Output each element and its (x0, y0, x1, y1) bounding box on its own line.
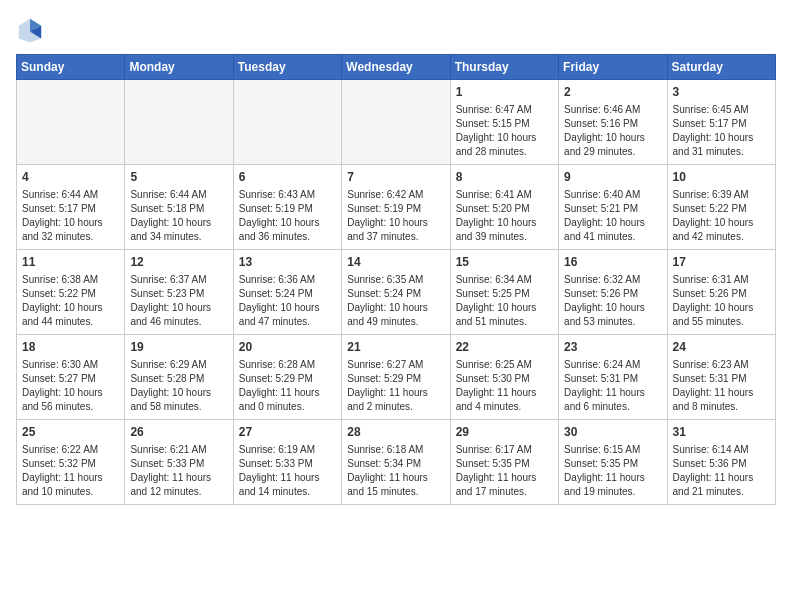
calendar-header-row: SundayMondayTuesdayWednesdayThursdayFrid… (17, 55, 776, 80)
day-number: 14 (347, 254, 444, 271)
day-number: 25 (22, 424, 119, 441)
calendar-cell: 7Sunrise: 6:42 AMSunset: 5:19 PMDaylight… (342, 165, 450, 250)
day-header-sunday: Sunday (17, 55, 125, 80)
day-number: 23 (564, 339, 661, 356)
sunset-text: Sunset: 5:19 PM (347, 203, 421, 214)
calendar-cell: 25Sunrise: 6:22 AMSunset: 5:32 PMDayligh… (17, 420, 125, 505)
calendar-cell: 29Sunrise: 6:17 AMSunset: 5:35 PMDayligh… (450, 420, 558, 505)
sunrise-text: Sunrise: 6:44 AM (22, 189, 98, 200)
sunset-text: Sunset: 5:25 PM (456, 288, 530, 299)
daylight-text: Daylight: 10 hours and 31 minutes. (673, 132, 754, 157)
sunrise-text: Sunrise: 6:31 AM (673, 274, 749, 285)
daylight-text: Daylight: 10 hours and 36 minutes. (239, 217, 320, 242)
logo-icon (16, 16, 44, 44)
sunrise-text: Sunrise: 6:15 AM (564, 444, 640, 455)
sunrise-text: Sunrise: 6:41 AM (456, 189, 532, 200)
sunrise-text: Sunrise: 6:32 AM (564, 274, 640, 285)
day-number: 7 (347, 169, 444, 186)
sunset-text: Sunset: 5:23 PM (130, 288, 204, 299)
day-number: 30 (564, 424, 661, 441)
sunrise-text: Sunrise: 6:14 AM (673, 444, 749, 455)
sunrise-text: Sunrise: 6:42 AM (347, 189, 423, 200)
sunset-text: Sunset: 5:30 PM (456, 373, 530, 384)
calendar-cell: 11Sunrise: 6:38 AMSunset: 5:22 PMDayligh… (17, 250, 125, 335)
daylight-text: Daylight: 10 hours and 42 minutes. (673, 217, 754, 242)
sunrise-text: Sunrise: 6:44 AM (130, 189, 206, 200)
day-number: 13 (239, 254, 336, 271)
sunset-text: Sunset: 5:29 PM (239, 373, 313, 384)
day-number: 21 (347, 339, 444, 356)
sunrise-text: Sunrise: 6:46 AM (564, 104, 640, 115)
sunrise-text: Sunrise: 6:18 AM (347, 444, 423, 455)
day-number: 15 (456, 254, 553, 271)
sunset-text: Sunset: 5:17 PM (673, 118, 747, 129)
calendar-cell: 8Sunrise: 6:41 AMSunset: 5:20 PMDaylight… (450, 165, 558, 250)
calendar-cell: 13Sunrise: 6:36 AMSunset: 5:24 PMDayligh… (233, 250, 341, 335)
day-number: 3 (673, 84, 770, 101)
day-number: 29 (456, 424, 553, 441)
day-header-monday: Monday (125, 55, 233, 80)
calendar-cell: 19Sunrise: 6:29 AMSunset: 5:28 PMDayligh… (125, 335, 233, 420)
daylight-text: Daylight: 11 hours and 8 minutes. (673, 387, 754, 412)
daylight-text: Daylight: 10 hours and 41 minutes. (564, 217, 645, 242)
sunset-text: Sunset: 5:33 PM (130, 458, 204, 469)
sunrise-text: Sunrise: 6:25 AM (456, 359, 532, 370)
sunset-text: Sunset: 5:24 PM (239, 288, 313, 299)
day-number: 28 (347, 424, 444, 441)
daylight-text: Daylight: 11 hours and 17 minutes. (456, 472, 537, 497)
calendar-cell: 24Sunrise: 6:23 AMSunset: 5:31 PMDayligh… (667, 335, 775, 420)
daylight-text: Daylight: 10 hours and 29 minutes. (564, 132, 645, 157)
day-header-friday: Friday (559, 55, 667, 80)
day-header-thursday: Thursday (450, 55, 558, 80)
day-number: 10 (673, 169, 770, 186)
day-number: 8 (456, 169, 553, 186)
sunrise-text: Sunrise: 6:30 AM (22, 359, 98, 370)
day-number: 2 (564, 84, 661, 101)
calendar-cell: 9Sunrise: 6:40 AMSunset: 5:21 PMDaylight… (559, 165, 667, 250)
day-number: 31 (673, 424, 770, 441)
day-header-wednesday: Wednesday (342, 55, 450, 80)
daylight-text: Daylight: 10 hours and 53 minutes. (564, 302, 645, 327)
sunset-text: Sunset: 5:21 PM (564, 203, 638, 214)
day-number: 19 (130, 339, 227, 356)
day-header-tuesday: Tuesday (233, 55, 341, 80)
sunset-text: Sunset: 5:24 PM (347, 288, 421, 299)
calendar-cell: 1Sunrise: 6:47 AMSunset: 5:15 PMDaylight… (450, 80, 558, 165)
calendar-cell: 27Sunrise: 6:19 AMSunset: 5:33 PMDayligh… (233, 420, 341, 505)
sunset-text: Sunset: 5:28 PM (130, 373, 204, 384)
sunrise-text: Sunrise: 6:23 AM (673, 359, 749, 370)
calendar-cell: 18Sunrise: 6:30 AMSunset: 5:27 PMDayligh… (17, 335, 125, 420)
day-number: 11 (22, 254, 119, 271)
sunset-text: Sunset: 5:35 PM (456, 458, 530, 469)
sunrise-text: Sunrise: 6:45 AM (673, 104, 749, 115)
daylight-text: Daylight: 11 hours and 12 minutes. (130, 472, 211, 497)
daylight-text: Daylight: 10 hours and 51 minutes. (456, 302, 537, 327)
calendar-cell: 17Sunrise: 6:31 AMSunset: 5:26 PMDayligh… (667, 250, 775, 335)
daylight-text: Daylight: 10 hours and 37 minutes. (347, 217, 428, 242)
day-number: 22 (456, 339, 553, 356)
sunrise-text: Sunrise: 6:24 AM (564, 359, 640, 370)
sunset-text: Sunset: 5:18 PM (130, 203, 204, 214)
sunrise-text: Sunrise: 6:38 AM (22, 274, 98, 285)
calendar-cell: 26Sunrise: 6:21 AMSunset: 5:33 PMDayligh… (125, 420, 233, 505)
calendar-cell: 21Sunrise: 6:27 AMSunset: 5:29 PMDayligh… (342, 335, 450, 420)
day-number: 16 (564, 254, 661, 271)
calendar-cell (125, 80, 233, 165)
sunrise-text: Sunrise: 6:22 AM (22, 444, 98, 455)
day-number: 17 (673, 254, 770, 271)
calendar-cell: 30Sunrise: 6:15 AMSunset: 5:35 PMDayligh… (559, 420, 667, 505)
daylight-text: Daylight: 11 hours and 15 minutes. (347, 472, 428, 497)
sunset-text: Sunset: 5:34 PM (347, 458, 421, 469)
calendar-cell (342, 80, 450, 165)
day-number: 27 (239, 424, 336, 441)
sunrise-text: Sunrise: 6:34 AM (456, 274, 532, 285)
week-row-4: 18Sunrise: 6:30 AMSunset: 5:27 PMDayligh… (17, 335, 776, 420)
sunset-text: Sunset: 5:32 PM (22, 458, 96, 469)
calendar-cell: 6Sunrise: 6:43 AMSunset: 5:19 PMDaylight… (233, 165, 341, 250)
calendar-cell: 28Sunrise: 6:18 AMSunset: 5:34 PMDayligh… (342, 420, 450, 505)
calendar-cell: 15Sunrise: 6:34 AMSunset: 5:25 PMDayligh… (450, 250, 558, 335)
daylight-text: Daylight: 10 hours and 46 minutes. (130, 302, 211, 327)
logo (16, 16, 48, 44)
daylight-text: Daylight: 10 hours and 49 minutes. (347, 302, 428, 327)
calendar-cell: 22Sunrise: 6:25 AMSunset: 5:30 PMDayligh… (450, 335, 558, 420)
